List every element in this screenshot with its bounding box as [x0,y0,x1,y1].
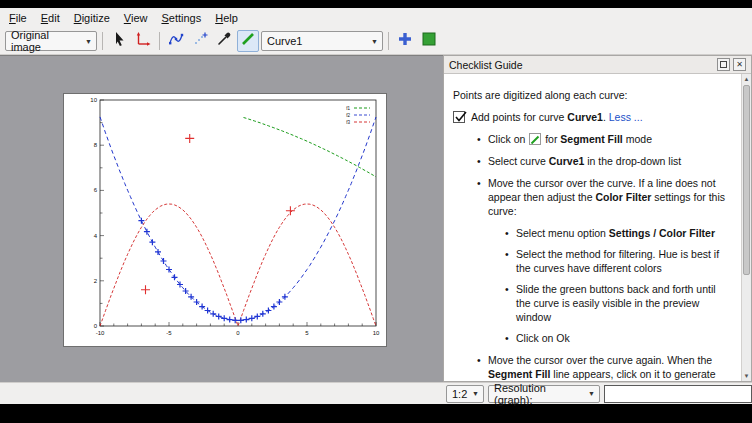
status-value-field[interactable] [604,385,752,403]
toolbar-separator [102,32,103,50]
engauge-window: FileEditDigitizeViewSettingsHelp Origina… [0,8,752,404]
bullet-text: Move the cursor over the curve again. Wh… [488,353,733,381]
screen: FileEditDigitizeViewSettingsHelp Origina… [0,0,752,423]
curve-combo[interactable]: Curve1 ▼ [261,31,383,51]
scroll-up-icon[interactable]: ▲ [742,74,751,84]
checklist-guide-title: Checklist Guide [449,59,523,71]
toolbar-separator [159,32,160,50]
menu-bar: FileEditDigitizeViewSettingsHelp [0,8,752,28]
toolbar: Original image ▼ [0,28,752,55]
svg-text:f3: f3 [346,120,350,125]
scrollbar-thumb[interactable] [743,85,750,275]
svg-text:10: 10 [373,330,380,336]
graph-svg[interactable]: -10-505100246810f1f2f3 [64,94,386,346]
chevron-down-icon: ▼ [367,38,382,45]
curve-point-tool-button[interactable] [165,30,187,52]
status-view-combo-value: Resolution (graph): [494,382,584,406]
checklist-guide-content: Points are digitized along each curve: A… [444,74,741,381]
zoom-combo-value: 1:2 [452,388,467,400]
color-picker-tool-button[interactable] [213,30,235,52]
bullet-text: Click on for Segment Fill mode [488,132,652,146]
toolbar-separator [388,32,389,50]
float-panel-button[interactable] [717,58,730,71]
menu-file[interactable]: File [2,10,34,26]
checklist-bullet: • Click on for Segment Fill mode [453,132,733,146]
axis-point-tool-button[interactable] [132,30,154,52]
axis-point-markers [141,134,295,294]
checklist-guide-titlebar: Checklist Guide ✕ [444,56,751,74]
less-link[interactable]: Less ... [609,111,643,123]
panel-scrollbar[interactable]: ▲ ▼ [741,74,751,381]
chevron-down-icon: ▼ [584,390,599,397]
segment-fill-mini-icon [529,133,541,145]
menu-settings[interactable]: Settings [154,10,208,26]
svg-text:f1: f1 [346,106,350,111]
svg-text:2: 2 [94,278,98,284]
svg-text:-5: -5 [166,330,172,336]
cursor-arrow-icon [111,31,127,51]
checklist-bullet: • Move the cursor over the curve. If a l… [453,176,733,218]
menu-digitize[interactable]: Digitize [67,10,117,26]
zoom-combo[interactable]: 1:2 ▼ [446,385,484,403]
checklist-guide-panel: Checklist Guide ✕ Points are digitized a… [443,55,752,382]
background-combo[interactable]: Original image ▼ [5,31,97,51]
background-visibility-toggle[interactable] [418,30,440,52]
menu-help[interactable]: Help [208,10,245,26]
svg-text:10: 10 [90,97,97,103]
checklist-bullet: • Move the cursor over the curve again. … [453,353,733,381]
svg-text:0: 0 [94,323,98,329]
bullet-text: Select the method for filtering. Hue is … [516,247,733,275]
segment-fill-icon [240,31,256,51]
axis-point-icon [135,31,151,51]
status-bar: 1:2 ▼ Resolution (graph): ▼ [0,382,752,404]
checklist-sub-bullet: • Select the method for filtering. Hue i… [453,247,733,275]
graph-image[interactable]: -10-505100246810f1f2f3 [64,94,386,346]
background-combo-value: Original image [11,29,81,53]
checklist-sub-bullet: • Slide the green buttons back and forth… [453,282,733,324]
blue-cross-icon [397,31,413,51]
scroll-down-icon[interactable]: ▼ [742,371,751,381]
points-visibility-toggle[interactable] [394,30,416,52]
checklist-sub-bullet: • Select menu option Settings / Color Fi… [453,226,733,240]
svg-text:5: 5 [305,330,309,336]
bullet-text: Select menu option Settings / Color Filt… [516,226,715,240]
select-tool-button[interactable] [108,30,130,52]
svg-text:6: 6 [94,187,98,193]
svg-text:-10: -10 [96,330,105,336]
status-view-combo[interactable]: Resolution (graph): ▼ [488,385,600,403]
point-match-icon [192,31,208,51]
chevron-down-icon: ▼ [468,390,483,397]
close-panel-button[interactable]: ✕ [733,58,746,71]
main-area: -10-505100246810f1f2f3 Checklist Guide ✕ [0,55,752,382]
graph-legend: f1f2f3 [346,106,370,125]
checklist-guide-body: Points are digitized along each curve: A… [444,74,751,381]
bullet-text: Slide the green buttons back and forth u… [516,282,733,324]
add-points-text: Add points for curve Curve1. Less ... [471,110,643,124]
eyedropper-icon [216,31,232,51]
checklist-bullet: • Select curve Curve1 in the drop-down l… [453,154,733,168]
green-square-icon [421,31,437,51]
bullet-text: Move the cursor over the curve. If a lin… [488,176,733,218]
add-points-checkbox[interactable] [453,111,465,123]
checklist-intro: Points are digitized along each curve: [453,88,733,102]
bullet-text: Select curve Curve1 in the drop-down lis… [488,154,681,168]
checklist-sub-bullet: • Click on Ok [453,331,733,345]
add-points-item: Add points for curve Curve1. Less ... [453,110,733,124]
segment-fill-tool-button[interactable] [237,30,259,52]
digitized-points [138,218,288,324]
curve-combo-value: Curve1 [267,35,302,47]
svg-text:4: 4 [94,233,98,239]
bullet-text: Click on Ok [516,331,570,345]
chevron-down-icon: ▼ [81,38,96,45]
menu-edit[interactable]: Edit [34,10,67,26]
svg-text:0: 0 [236,330,240,336]
svg-text:8: 8 [94,142,98,148]
curve-point-icon [168,31,184,51]
svg-text:f2: f2 [346,113,350,118]
graphics-view: -10-505100246810f1f2f3 [0,55,443,382]
point-match-tool-button[interactable] [189,30,211,52]
menu-view[interactable]: View [117,10,155,26]
